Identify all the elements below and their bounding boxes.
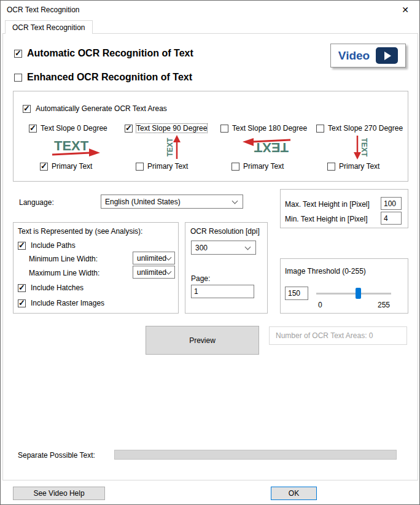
tab-ocr-text-recognition[interactable]: OCR Text Recognition	[5, 20, 93, 34]
close-icon[interactable]: ✕	[391, 1, 419, 19]
chevron-down-icon	[245, 244, 251, 250]
enhanced-ocr-checkbox[interactable]	[14, 74, 22, 82]
slope-90-image: TEXT	[125, 134, 218, 160]
slope-0-image: TEXT	[29, 134, 122, 160]
page-input[interactable]	[191, 285, 254, 298]
slope-270-column: Text Slope 270 Degree TEXT Primary Text	[316, 123, 410, 171]
language-select[interactable]: English (United States)	[101, 195, 243, 209]
slope-270-image: TEXT	[316, 134, 410, 160]
ok-button[interactable]: OK	[271, 487, 317, 500]
auto-generate-row[interactable]: Automatically Generate OCR Text Areas	[23, 103, 167, 114]
primary-0-checkbox[interactable]	[40, 163, 48, 171]
slope-0-label: Text Slope 0 Degree	[41, 124, 107, 133]
slope-180-image: TEXT	[220, 134, 314, 160]
enhanced-ocr-row[interactable]: Enhanced OCR Recognition of Text	[14, 72, 192, 83]
language-value: English (United States)	[105, 198, 181, 206]
window-title: OCR Text Recognition	[7, 6, 80, 14]
include-raster-label: Include Raster Images	[31, 299, 104, 307]
primary-0-label: Primary Text	[52, 162, 92, 171]
threshold-max-label: 255	[378, 301, 390, 309]
max-line-width-label: Maximum Line Width:	[29, 269, 99, 277]
language-label: Language:	[19, 198, 54, 207]
primary-270-row[interactable]: Primary Text	[327, 161, 410, 171]
min-height-input[interactable]	[381, 212, 402, 225]
include-hatches-label: Include Hatches	[31, 283, 84, 292]
separate-progress-bar	[114, 450, 397, 460]
min-line-width-value: unlimited	[137, 254, 166, 263]
slope-90-row[interactable]: Text Slope 90 Degree	[125, 123, 218, 133]
slope-0-row[interactable]: Text Slope 0 Degree	[29, 123, 122, 133]
threshold-input[interactable]	[285, 287, 308, 300]
threshold-min-label: 0	[318, 301, 322, 309]
slider-thumb[interactable]	[356, 288, 361, 299]
primary-270-label: Primary Text	[339, 162, 379, 171]
primary-270-checkbox[interactable]	[327, 163, 335, 171]
auto-generate-checkbox[interactable]	[23, 105, 31, 113]
slope-270-checkbox[interactable]	[316, 125, 324, 133]
primary-180-label: Primary Text	[243, 162, 284, 171]
min-line-width-label: Minimum Line Width:	[29, 255, 98, 263]
see-video-help-button[interactable]: See Video Help	[13, 487, 105, 500]
max-line-width-select[interactable]: unlimited	[133, 266, 175, 279]
video-button[interactable]: Video	[330, 44, 406, 67]
include-paths-checkbox[interactable]	[18, 242, 26, 250]
resolution-title: OCR Resolution [dpi]	[190, 227, 260, 236]
include-paths-label: Include Paths	[31, 241, 76, 250]
video-button-label: Video	[338, 49, 370, 63]
min-line-width-select[interactable]: unlimited	[133, 252, 175, 264]
enhanced-ocr-label: Enhanced OCR Recognition of Text	[27, 72, 192, 83]
slope-180-column: Text Slope 180 Degree TEXT Primary Text	[220, 123, 314, 171]
ocr-dialog: OCR Text Recognition ✕ OCR Text Recognit…	[0, 0, 420, 505]
play-icon	[376, 47, 398, 64]
slider-track	[316, 293, 391, 295]
slope-270-label: Text Slope 270 Degree	[328, 124, 403, 133]
auto-generate-label: Automatically Generate OCR Text Areas	[36, 104, 167, 113]
sample-text-270: TEXT	[360, 138, 368, 157]
resolution-group	[185, 222, 268, 314]
min-height-label: Min. Text Height in [Pixel]	[285, 215, 368, 223]
slope-180-row[interactable]: Text Slope 180 Degree	[220, 123, 314, 133]
sample-text-0: TEXT	[54, 138, 89, 153]
separate-text-label: Separate Possible Text:	[18, 451, 95, 460]
slope-90-label: Text Slope 90 Degree	[136, 124, 207, 133]
chevron-down-icon	[232, 198, 238, 204]
max-height-label: Max. Text Height in [Pixel]	[285, 200, 370, 209]
primary-90-label: Primary Text	[147, 162, 188, 171]
preview-button[interactable]: Preview	[146, 326, 259, 355]
primary-90-checkbox[interactable]	[136, 163, 144, 171]
primary-180-checkbox[interactable]	[231, 163, 239, 171]
max-line-width-value: unlimited	[137, 268, 166, 277]
slope-0-checkbox[interactable]	[29, 125, 37, 133]
primary-90-row[interactable]: Primary Text	[136, 161, 218, 171]
auto-ocr-label: Automatic OCR Recognition of Text	[27, 48, 193, 59]
slope-270-row[interactable]: Text Slope 270 Degree	[316, 123, 410, 133]
chevron-down-icon	[166, 254, 172, 260]
auto-ocr-row[interactable]: Automatic OCR Recognition of Text	[14, 48, 193, 59]
sample-text-90: TEXT	[166, 137, 174, 156]
ocr-areas-status: Number of OCR Text Areas: 0	[269, 326, 407, 345]
include-paths-row[interactable]: Include Paths	[18, 240, 76, 251]
slope-0-column: Text Slope 0 Degree TEXT Primary Text	[29, 123, 122, 171]
include-hatches-checkbox[interactable]	[18, 284, 26, 292]
slope-90-column: Text Slope 90 Degree TEXT Primary Text	[125, 123, 218, 171]
titlebar: OCR Text Recognition	[1, 1, 419, 19]
resolution-value: 300	[195, 244, 208, 252]
primary-180-row[interactable]: Primary Text	[231, 161, 314, 171]
page-label: Page:	[191, 274, 210, 283]
threshold-title: Image Threshold (0-255)	[285, 267, 366, 276]
represented-title: Text is Represented by (see Analysis):	[18, 227, 142, 236]
resolution-select[interactable]: 300	[191, 241, 256, 255]
max-height-input[interactable]	[381, 197, 402, 210]
include-raster-checkbox[interactable]	[18, 299, 26, 307]
threshold-slider[interactable]	[316, 287, 391, 299]
include-raster-row[interactable]: Include Raster Images	[18, 298, 104, 309]
slope-90-checkbox[interactable]	[125, 125, 133, 133]
include-hatches-row[interactable]: Include Hatches	[18, 282, 84, 293]
slope-180-label: Text Slope 180 Degree	[232, 124, 307, 133]
slope-180-checkbox[interactable]	[220, 125, 228, 133]
auto-ocr-checkbox[interactable]	[14, 50, 22, 58]
chevron-down-icon	[166, 268, 172, 274]
primary-0-row[interactable]: Primary Text	[40, 161, 122, 171]
